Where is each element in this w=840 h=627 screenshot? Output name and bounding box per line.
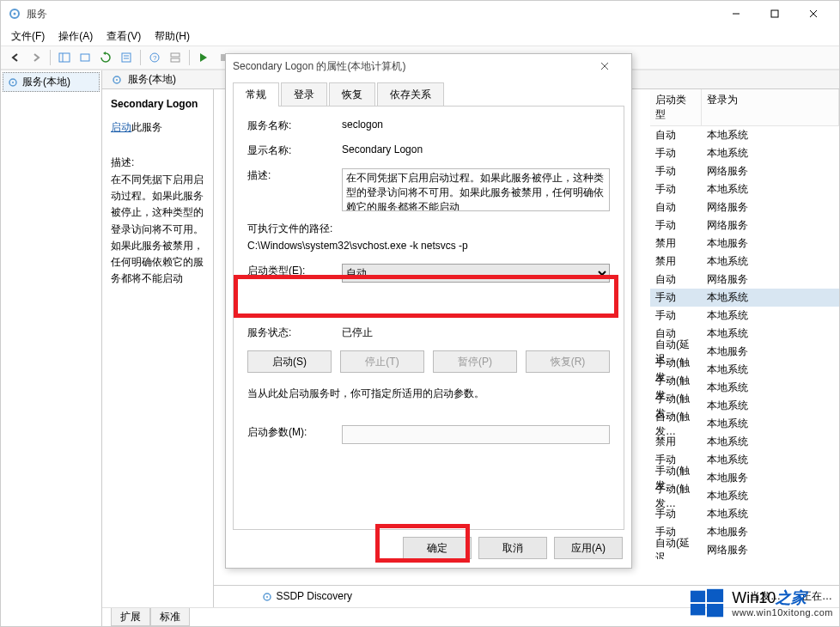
list-row[interactable]: 自动(延迟…网络服务 xyxy=(650,541,839,559)
titlebar: 服务 xyxy=(1,1,839,27)
tab-recovery[interactable]: 恢复 xyxy=(329,82,375,107)
tab-general[interactable]: 常规 xyxy=(233,82,279,107)
list-row[interactable]: 手动网络服务 xyxy=(650,216,839,234)
col-logon[interactable]: 登录为 xyxy=(702,89,839,125)
value-status: 已停止 xyxy=(342,326,610,340)
value-description[interactable] xyxy=(342,168,610,211)
list-row[interactable]: 手动(触发…本地系统 xyxy=(650,487,839,505)
list-header: 启动类型 登录为 xyxy=(650,89,839,126)
gear-icon xyxy=(111,74,123,86)
svg-rect-8 xyxy=(81,54,89,61)
back-button[interactable] xyxy=(6,48,25,67)
label-params: 启动参数(M): xyxy=(247,425,342,440)
list-row[interactable]: 手动本地系统 xyxy=(650,144,839,162)
value-service-name: seclogon xyxy=(342,119,610,131)
tab-standard[interactable]: 标准 xyxy=(150,608,190,626)
description-text: 在不同凭据下启用启动过程。如果此服务被停止，这种类型的登录访问将不可用。如果此服… xyxy=(111,172,204,287)
value-exe-path: C:\Windows\system32\svchost.exe -k netsv… xyxy=(247,240,610,252)
start-service-line: 启动此服务 xyxy=(111,120,204,135)
refresh-icon[interactable] xyxy=(96,48,115,67)
description-label: 描述: xyxy=(111,155,204,170)
svg-rect-28 xyxy=(691,591,705,602)
forward-button[interactable] xyxy=(27,48,46,67)
menu-help[interactable]: 帮助(H) xyxy=(148,27,197,46)
list-row[interactable]: 手动本地系统 xyxy=(650,307,839,325)
menubar: 文件(F) 操作(A) 查看(V) 帮助(H) xyxy=(1,27,839,46)
resume-button: 恢复(R) xyxy=(526,350,610,373)
start-button[interactable]: 启动(S) xyxy=(247,350,332,373)
svg-rect-14 xyxy=(171,53,180,57)
params-note: 当从此处启动服务时，你可指定所适用的启动参数。 xyxy=(247,387,610,401)
list-row[interactable]: 禁用本地系统 xyxy=(650,253,839,271)
properties-dialog: Secondary Logon 的属性(本地计算机) 常规 登录 恢复 依存关系… xyxy=(225,53,632,569)
list-row[interactable]: 自动本地系统 xyxy=(650,126,839,144)
stop-button: 停止(T) xyxy=(340,350,424,373)
label-description: 描述: xyxy=(247,168,342,183)
svg-point-25 xyxy=(266,596,268,598)
show-hide-pane-icon[interactable] xyxy=(55,48,74,67)
close-button[interactable] xyxy=(794,1,832,27)
watermark-url: www.win10xitong.com xyxy=(732,607,833,618)
cancel-button[interactable]: 取消 xyxy=(478,537,547,559)
label-display-name: 显示名称: xyxy=(247,143,342,158)
label-status: 服务状态: xyxy=(247,326,342,340)
gear-icon: SSDP Discovery xyxy=(221,590,393,603)
selected-service-name: Secondary Logon xyxy=(111,98,204,110)
svg-point-1 xyxy=(14,13,16,15)
list-row[interactable]: 手动本地系统 xyxy=(650,505,839,523)
svg-rect-15 xyxy=(171,58,180,62)
more-icon[interactable] xyxy=(166,48,185,67)
col-startup[interactable]: 启动类型 xyxy=(650,89,702,125)
list-rows: 自动本地系统手动本地系统手动网络服务手动本地系统自动网络服务手动网络服务禁用本地… xyxy=(650,126,839,559)
dialog-buttons: 确定 取消 应用(A) xyxy=(226,537,631,568)
properties-icon[interactable] xyxy=(117,48,136,67)
dialog-title: Secondary Logon 的属性(本地计算机) xyxy=(233,59,600,74)
label-service-name: 服务名称: xyxy=(247,119,342,133)
general-page: 服务名称: seclogon 显示名称: Secondary Logon 描述:… xyxy=(233,106,624,530)
tree-root-node[interactable]: 服务(本地) xyxy=(3,72,100,92)
svg-rect-30 xyxy=(691,604,705,615)
svg-rect-9 xyxy=(122,53,131,62)
list-row[interactable]: 禁用本地服务 xyxy=(650,234,839,253)
dialog-close-button[interactable] xyxy=(600,62,624,70)
services-icon xyxy=(8,7,21,21)
label-startup-type: 启动类型(E): xyxy=(247,264,342,278)
gear-icon xyxy=(7,76,19,88)
menu-action[interactable]: 操作(A) xyxy=(52,27,100,46)
control-buttons: 启动(S) 停止(T) 暂停(P) 恢复(R) xyxy=(247,350,610,373)
params-input xyxy=(342,425,610,444)
menu-file[interactable]: 文件(F) xyxy=(4,27,52,46)
ok-button[interactable]: 确定 xyxy=(403,537,472,559)
svg-point-23 xyxy=(116,79,118,81)
tab-logon[interactable]: 登录 xyxy=(281,82,327,107)
help-icon[interactable]: ? xyxy=(145,48,164,67)
list-row[interactable]: 手动本地系统 xyxy=(650,180,839,198)
list-row[interactable]: 自动(触发…本地系统 xyxy=(650,415,839,433)
dialog-titlebar: Secondary Logon 的属性(本地计算机) xyxy=(226,54,631,78)
minimize-button[interactable] xyxy=(716,1,755,27)
pause-button: 暂停(P) xyxy=(433,350,517,373)
startup-type-select[interactable]: 自动 xyxy=(342,264,610,283)
svg-rect-3 xyxy=(771,10,778,17)
svg-text:?: ? xyxy=(153,54,157,62)
dialog-tabs: 常规 登录 恢复 依存关系 xyxy=(226,78,631,106)
tab-dependencies[interactable]: 依存关系 xyxy=(377,82,444,107)
export-icon[interactable] xyxy=(76,48,94,67)
menu-view[interactable]: 查看(V) xyxy=(100,27,148,46)
svg-rect-6 xyxy=(59,53,70,62)
maximize-button[interactable] xyxy=(755,1,794,27)
windows-logo-icon xyxy=(689,586,725,622)
svg-rect-31 xyxy=(707,604,723,617)
list-row[interactable]: 禁用本地系统 xyxy=(650,433,839,451)
start-service-link[interactable]: 启动 xyxy=(111,121,131,133)
start-icon[interactable] xyxy=(194,48,213,67)
list-row[interactable]: 自动网络服务 xyxy=(650,271,839,289)
list-row[interactable]: 手动网络服务 xyxy=(650,162,839,180)
tree-root-label: 服务(本地) xyxy=(22,75,70,89)
list-row[interactable]: 手动本地系统 xyxy=(650,289,839,307)
tree-pane: 服务(本地) xyxy=(1,70,102,626)
detail-pane: Secondary Logon 启动此服务 描述: 在不同凭据下启用启动过程。如… xyxy=(102,89,214,607)
apply-button[interactable]: 应用(A) xyxy=(554,537,623,559)
list-row[interactable]: 自动网络服务 xyxy=(650,198,839,216)
tab-extended[interactable]: 扩展 xyxy=(111,608,150,626)
